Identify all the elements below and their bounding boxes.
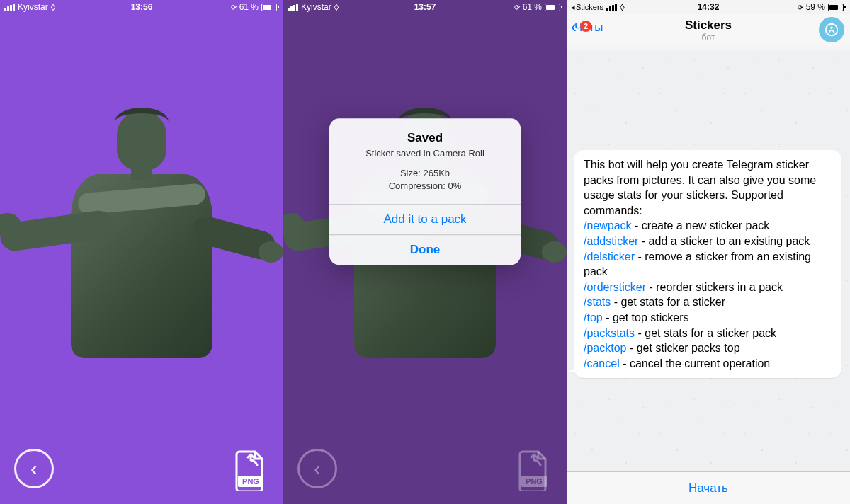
chat-title: Stickers [572,18,844,33]
bot-command[interactable]: /newpack [584,219,632,231]
signal-icon [288,4,298,11]
carrier-label: Kyivstar [18,2,48,12]
alert-compression: Compression: 0% [341,180,509,193]
command-desc: - create a new sticker pack [632,219,770,231]
chat-header: ‹ Чаты 2 Stickers бот [567,14,850,47]
orientation-lock-icon: ⟳ [798,4,803,11]
statue-image [14,103,269,372]
alert-subtitle: Sticker saved in Camera Roll [341,148,509,159]
signal-icon [4,4,15,11]
battery-pct: 61 % [523,2,542,12]
battery-icon [545,4,562,11]
bot-command[interactable]: /packstats [584,327,635,339]
export-png-button[interactable]: PNG [516,449,552,491]
add-to-pack-button[interactable]: Add it to a pack [329,204,521,234]
clock: 13:57 [414,2,436,12]
battery-icon [828,4,846,11]
chat-body[interactable]: This bot will help you create Telegram s… [567,51,850,471]
carrier-label: Kyivstar [301,2,332,12]
battery-pct: 61 % [239,2,259,12]
orientation-lock-icon: ⟳ [231,4,237,11]
status-bar: Kyivstar ◊ 13:56 ⟳ 61 % [0,0,283,14]
back-to-chats-button[interactable]: ‹ Чаты 2 [571,19,603,36]
svg-point-5 [830,26,833,29]
status-bar: ◂ Stickers ◊ 14:32 ⟳ 59 % [567,0,850,14]
svg-text:PNG: PNG [242,477,259,486]
start-button[interactable]: Начать [567,471,850,504]
command-desc: - add a sticker to an existing pack [638,235,810,247]
signal-icon [606,4,617,11]
command-desc: - get top stickers [603,311,689,323]
bot-message: This bot will help you create Telegram s… [574,150,842,378]
chevron-left-icon: ‹ [314,458,321,479]
command-desc: - get sticker packs top [626,342,740,354]
command-desc: - get stats for a sticker [611,296,725,308]
clock: 14:32 [698,2,720,12]
unread-badge: 2 [580,21,591,32]
telegram-stickers-bot-screen: ◂ Stickers ◊ 14:32 ⟳ 59 % ‹ Чаты 2 Stick… [567,0,850,504]
chat-subtitle: бот [572,33,844,42]
wifi-icon: ◊ [51,2,55,13]
alert-size: Size: 265Kb [341,167,509,180]
saved-alert: Saved Sticker saved in Camera Roll Size:… [329,118,521,265]
sticker-preview-screen: Kyivstar ◊ 13:56 ⟳ 61 % ‹ PNG [0,0,283,504]
status-bar: Kyivstar ◊ 13:57 ⟳ 61 % [283,0,567,14]
wifi-icon: ◊ [620,2,624,13]
chevron-left-icon: ‹ [571,18,577,35]
bot-avatar-icon [824,22,839,38]
sticker-saved-screen: Kyivstar ◊ 13:57 ⟳ 61 % ‹ PNG Saved [283,0,567,504]
wifi-icon: ◊ [334,2,339,13]
png-file-icon: PNG [516,449,552,491]
bot-command[interactable]: /addsticker [584,235,638,247]
back-button[interactable]: ‹ [14,449,54,488]
export-png-button[interactable]: PNG [232,449,269,491]
battery-icon [261,4,279,11]
orientation-lock-icon: ⟳ [514,4,520,11]
bot-command[interactable]: /ordersticker [584,281,646,293]
command-desc: - cancel the current operation [620,357,771,370]
sticker-canvas[interactable] [0,14,283,504]
bot-command[interactable]: /packtop [584,342,626,354]
svg-text:PNG: PNG [526,477,543,486]
bot-command[interactable]: /cancel [584,357,620,370]
done-button[interactable]: Done [329,234,521,265]
back-button[interactable]: ‹ [298,449,337,488]
battery-pct: 59 % [806,2,825,12]
bot-command[interactable]: /stats [584,296,611,308]
command-desc: - get stats for a sticker pack [635,327,776,339]
command-list: /newpack - create a new sticker pack/add… [584,218,832,371]
app-breadcrumb[interactable]: ◂ Stickers [571,3,604,12]
bot-command[interactable]: /delsticker [584,251,635,263]
bot-command[interactable]: /top [584,311,603,323]
command-desc: - reorder stickers in a pack [646,281,783,293]
chevron-left-icon: ‹ [30,458,38,479]
alert-title: Saved [341,131,509,145]
png-file-icon: PNG [232,449,269,491]
message-intro: This bot will help you create Telegram s… [584,159,816,217]
clock: 13:56 [131,2,153,12]
bot-avatar[interactable] [819,17,844,42]
